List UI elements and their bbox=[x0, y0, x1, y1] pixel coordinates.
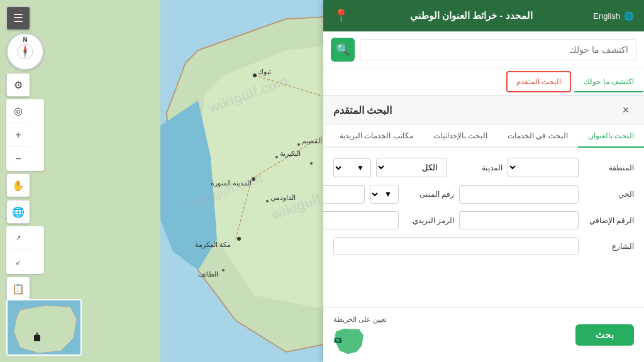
globe-button[interactable]: 🌐 bbox=[6, 200, 30, 224]
saudi-map-icon: 🇸🇦 bbox=[333, 326, 365, 354]
close-button[interactable]: × bbox=[618, 102, 634, 118]
svg-point-31 bbox=[222, 269, 225, 272]
zoom-controls: ◎ + − bbox=[6, 99, 44, 171]
language-label: English bbox=[593, 11, 620, 21]
advanced-panel: × البحث المتقدم البحث بالعنوان البحث في … bbox=[323, 96, 644, 307]
svg-rect-42 bbox=[34, 335, 40, 341]
advanced-title: البحث المتقدم bbox=[333, 104, 392, 116]
menu-button[interactable]: ☰ bbox=[6, 6, 30, 30]
tab-postal-offices[interactable]: مكاتب الخدمات البريدية bbox=[330, 125, 423, 148]
map-pin-icon: 📍 bbox=[333, 8, 349, 23]
city-arrow-select[interactable]: ▼ bbox=[333, 158, 371, 177]
building-arrow[interactable]: ▼ bbox=[370, 185, 399, 204]
svg-point-39 bbox=[24, 50, 26, 53]
svg-text:مكة المكرمة: مكة المكرمة bbox=[195, 241, 231, 249]
language-selector[interactable]: 🌐 English bbox=[593, 11, 634, 21]
tab-address[interactable]: البحث بالعنوان bbox=[578, 125, 644, 148]
panel-header: 🌐 English المحدد - خرائط العنوان الوطني … bbox=[323, 0, 644, 31]
city-label: المدينة bbox=[452, 163, 502, 172]
nav-arrows: ↗ ↙ bbox=[6, 226, 44, 274]
zoom-in-button[interactable]: + bbox=[6, 123, 30, 147]
layers-button[interactable]: 📋 bbox=[6, 277, 30, 300]
city-select[interactable]: الكل bbox=[376, 158, 447, 177]
map-hint-text: تعيين على الخريطة bbox=[333, 315, 387, 324]
svg-text:البكيرية: البكيرية bbox=[280, 150, 301, 158]
svg-point-27 bbox=[275, 156, 278, 158]
svg-text:🇸🇦: 🇸🇦 bbox=[334, 336, 342, 344]
district-building-row: الحي رقم المبنى ▼ bbox=[333, 185, 634, 204]
panel-title: المحدد - خرائط العنوان الوطني bbox=[410, 10, 533, 21]
search-submit-button[interactable]: بحث bbox=[575, 324, 634, 346]
svg-point-20 bbox=[237, 237, 241, 241]
region-select[interactable] bbox=[508, 158, 579, 177]
district-label: الحي bbox=[584, 190, 634, 199]
search-input[interactable] bbox=[360, 39, 636, 60]
settings-button[interactable]: ⚙ bbox=[6, 73, 30, 97]
postal-extra-input[interactable] bbox=[459, 211, 579, 229]
search-icon: 🔍 bbox=[336, 43, 350, 57]
right-panel: 🌐 English المحدد - خرائط العنوان الوطني … bbox=[323, 0, 644, 362]
street-label: الشارع bbox=[584, 242, 634, 251]
compass-widget[interactable]: N bbox=[6, 33, 44, 70]
svg-text:تبوك: تبوك bbox=[258, 68, 271, 76]
search-bar: 🔍 bbox=[323, 31, 644, 69]
nav-up-right[interactable]: ↗ bbox=[6, 226, 30, 250]
minimap bbox=[6, 299, 82, 356]
district-input[interactable] bbox=[459, 185, 579, 204]
postal-label: الرمز البريدي bbox=[404, 216, 454, 225]
svg-point-26 bbox=[310, 162, 313, 165]
postal-extra-label: الرقم الإضافي bbox=[584, 216, 634, 225]
svg-point-12 bbox=[253, 74, 257, 77]
tab-coordinates[interactable]: البحث بالإحداثيات bbox=[423, 125, 497, 148]
region-label: المنطقة bbox=[584, 163, 634, 172]
svg-text:القصيم: القصيم bbox=[302, 137, 322, 145]
pan-button[interactable]: ✋ bbox=[6, 173, 30, 197]
region-city-row: المنطقة المدينة الكل ▼ bbox=[333, 158, 634, 177]
building-input[interactable] bbox=[323, 185, 365, 204]
tab-discover[interactable]: اكتشف ما حولك bbox=[574, 71, 644, 92]
search-input-wrapper bbox=[360, 39, 636, 60]
panel-bottom: بحث تعيين على الخريطة 🇸🇦 bbox=[323, 307, 644, 362]
form-content: المنطقة المدينة الكل ▼ الحي رقم المبنى ▼ bbox=[323, 148, 644, 273]
street-row: الشارع bbox=[333, 237, 634, 255]
svg-text:الطائف: الطائف bbox=[198, 270, 218, 278]
search-button[interactable]: 🔍 bbox=[331, 38, 355, 62]
map-hint: تعيين على الخريطة 🇸🇦 bbox=[333, 315, 387, 354]
tabs-row: اكتشف ما حولك البحث المتقدم bbox=[323, 69, 644, 96]
nav-down-left[interactable]: ↙ bbox=[6, 250, 30, 274]
postal-input[interactable] bbox=[323, 211, 399, 229]
street-input[interactable] bbox=[333, 237, 579, 255]
tab-advanced[interactable]: البحث المتقدم bbox=[506, 71, 571, 92]
postal-row: الرقم الإضافي الرمز البريدي bbox=[333, 211, 634, 229]
location-button[interactable]: ◎ bbox=[6, 99, 30, 123]
zoom-out-button[interactable]: − bbox=[6, 147, 30, 171]
inner-tabs: البحث بالعنوان البحث في الخدمات البحث با… bbox=[323, 125, 644, 148]
advanced-title-bar: × البحث المتقدم bbox=[323, 96, 644, 125]
svg-point-29 bbox=[266, 200, 269, 202]
tab-services[interactable]: البحث في الخدمات bbox=[497, 125, 578, 148]
building-label: رقم المبنى bbox=[404, 190, 454, 199]
globe-icon: 🌐 bbox=[624, 11, 634, 21]
svg-point-22 bbox=[297, 143, 300, 146]
map-toolbar: ☰ N ⚙ ◎ + − ✋ 🌐 ↗ ↙ 📋 bbox=[6, 6, 44, 300]
